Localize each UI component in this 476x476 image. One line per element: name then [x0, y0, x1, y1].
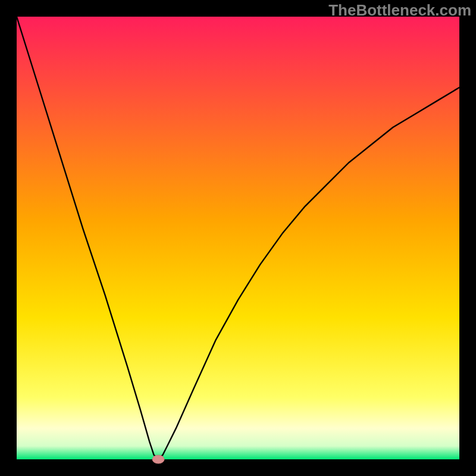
optimal-marker	[152, 455, 164, 464]
watermark-text: TheBottleneck.com	[328, 1, 471, 20]
plot-area	[17, 17, 459, 459]
bottleneck-chart	[0, 0, 476, 476]
